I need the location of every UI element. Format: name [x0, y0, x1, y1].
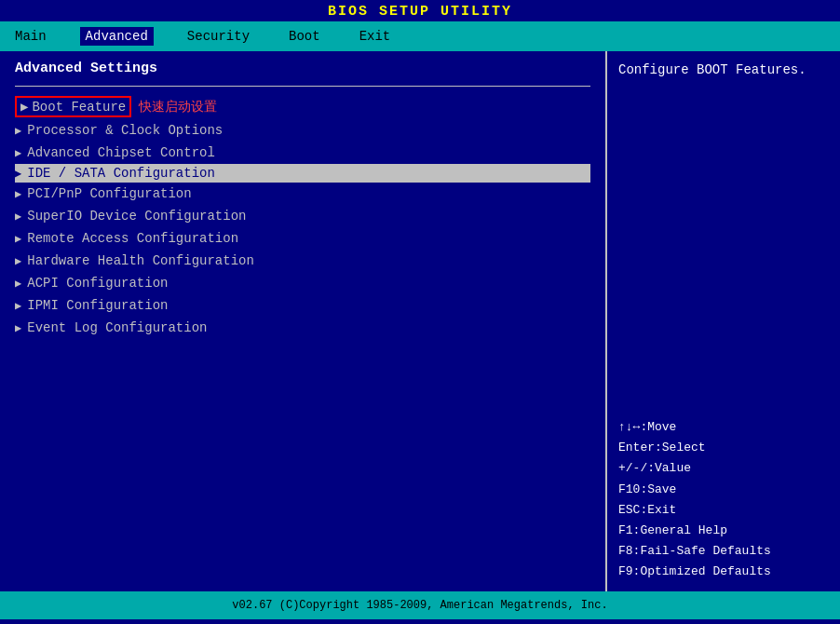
menu-entry-eventlog[interactable]: ▶Event Log Configuration: [15, 317, 590, 339]
boot-feature-row[interactable]: ▶ Boot Feature 快速启动设置: [15, 94, 590, 119]
entry-label-hardware: Hardware Health Configuration: [27, 253, 254, 268]
menu-item-main[interactable]: Main: [9, 27, 52, 46]
entry-arrow-acpi: ▶: [15, 277, 21, 291]
entry-label-processor: Processor & Clock Options: [27, 123, 223, 138]
menu-entry-ipmi[interactable]: ▶IPMI Configuration: [15, 294, 590, 317]
title-bar: BIOS SETUP UTILITY: [0, 0, 840, 21]
section-divider: [15, 86, 590, 87]
menu-entry-acpi[interactable]: ▶ACPI Configuration: [15, 272, 590, 294]
menu-item-advanced[interactable]: Advanced: [80, 27, 154, 46]
left-panel: Advanced Settings ▶ Boot Feature 快速启动设置 …: [0, 51, 607, 591]
footer: v02.67 (C)Copyright 1985-2009, American …: [0, 591, 840, 619]
entry-label-superio: SuperIO Device Configuration: [27, 209, 246, 224]
menu-items-list: ▶Processor & Clock Options▶Advanced Chip…: [15, 119, 590, 339]
entry-arrow-remote: ▶: [15, 232, 21, 246]
menu-entry-chipset[interactable]: ▶Advanced Chipset Control: [15, 142, 590, 164]
menu-entry-superio[interactable]: ▶SuperIO Device Configuration: [15, 205, 590, 227]
entry-arrow-superio: ▶: [15, 210, 21, 224]
keybind-item: F8:Fail-Safe Defaults: [618, 541, 829, 562]
footer-text: v02.67 (C)Copyright 1985-2009, American …: [232, 599, 607, 612]
menu-item-security[interactable]: Security: [182, 27, 255, 46]
keybind-item: F9:Optimized Defaults: [618, 562, 829, 582]
entry-label-eventlog: Event Log Configuration: [27, 320, 207, 335]
boot-feature-box[interactable]: ▶ Boot Feature: [15, 96, 131, 117]
keybind-item: F1:General Help: [618, 521, 829, 541]
entry-arrow-chipset: ▶: [15, 146, 21, 160]
entry-label-ipmi: IPMI Configuration: [27, 298, 168, 313]
right-panel: Configure BOOT Features. ↑↓↔:MoveEnter:S…: [607, 51, 840, 591]
boot-feature-label: Boot Feature: [32, 100, 126, 115]
right-description: Configure BOOT Features.: [618, 61, 829, 80]
boot-feature-arrow: ▶: [20, 99, 28, 115]
entry-arrow-ide: ▶: [15, 167, 21, 181]
keybind-item: Enter:Select: [618, 438, 829, 458]
menu-entry-hardware[interactable]: ▶Hardware Health Configuration: [15, 250, 590, 272]
section-title: Advanced Settings: [15, 61, 590, 76]
main-content: Advanced Settings ▶ Boot Feature 快速启动设置 …: [0, 51, 840, 591]
menu-entry-processor[interactable]: ▶Processor & Clock Options: [15, 119, 590, 142]
entry-arrow-hardware: ▶: [15, 254, 21, 268]
menu-item-boot[interactable]: Boot: [283, 27, 326, 46]
entry-arrow-eventlog: ▶: [15, 321, 21, 335]
entry-label-remote: Remote Access Configuration: [27, 231, 238, 246]
right-keybinds: ↑↓↔:MoveEnter:Select+/-/:ValueF10:SaveES…: [618, 417, 829, 582]
keybind-item: F10:Save: [618, 480, 829, 500]
entry-label-ide: IDE / SATA Configuration: [27, 166, 215, 181]
menu-entry-ide[interactable]: ▶IDE / SATA Configuration: [15, 164, 590, 183]
entry-arrow-processor: ▶: [15, 124, 21, 138]
keybind-item: ESC:Exit: [618, 500, 829, 521]
keybind-item: +/-/:Value: [618, 458, 829, 479]
entry-arrow-ipmi: ▶: [15, 299, 21, 313]
entry-label-pci: PCI/PnP Configuration: [27, 186, 191, 201]
entry-arrow-pci: ▶: [15, 187, 21, 201]
menu-bar: MainAdvancedSecurityBootExit: [0, 21, 840, 51]
keybind-item: ↑↓↔:Move: [618, 417, 829, 438]
entry-label-chipset: Advanced Chipset Control: [27, 145, 215, 160]
menu-entry-pci[interactable]: ▶PCI/PnP Configuration: [15, 183, 590, 205]
menu-entry-remote[interactable]: ▶Remote Access Configuration: [15, 227, 590, 250]
menu-item-exit[interactable]: Exit: [354, 27, 397, 46]
boot-feature-chinese: 快速启动设置: [139, 99, 217, 115]
entry-label-acpi: ACPI Configuration: [27, 276, 168, 291]
title-text: BIOS SETUP UTILITY: [328, 4, 512, 20]
